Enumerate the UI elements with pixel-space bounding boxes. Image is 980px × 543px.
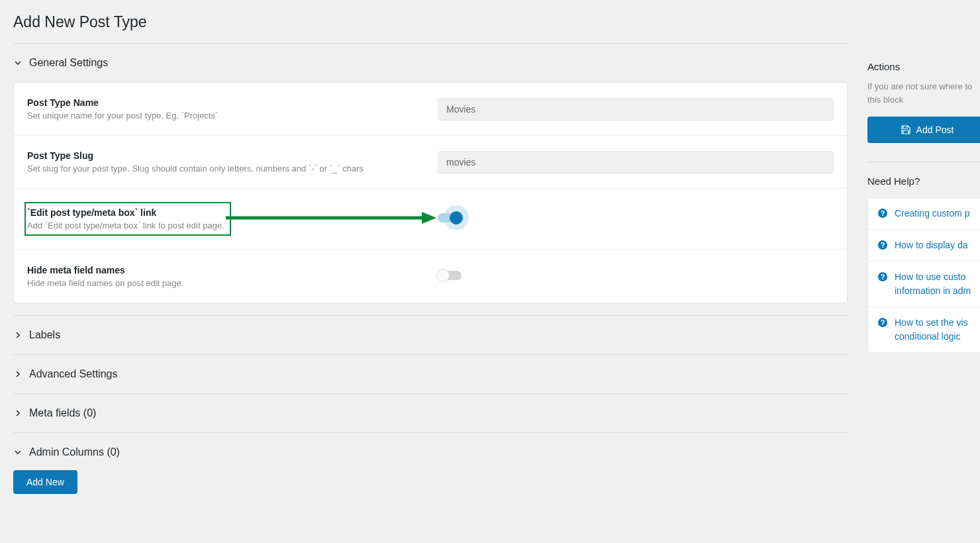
help-icon: ? — [877, 317, 888, 328]
section-general: General Settings Post Type Name Set uniq… — [13, 43, 848, 315]
chevron-down-icon — [13, 58, 23, 68]
desc-hide-meta: Hide meta field names on post edit page. — [27, 278, 438, 288]
sidebar-actions-title: Actions — [867, 61, 980, 72]
desc-post-type-name: Set unique name for your post type. Eg. … — [27, 111, 438, 121]
field-post-type-name: Post Type Name Set unique name for your … — [14, 83, 847, 136]
label-edit-link: `Edit post type/meta box` link — [27, 207, 224, 218]
section-header-admin-columns[interactable]: Admin Columns (0) — [13, 445, 848, 460]
help-link[interactable]: How to display da — [895, 238, 968, 252]
help-item: ? How to use custo information in adm — [868, 262, 980, 307]
chevron-right-icon — [13, 409, 23, 418]
highlight-annotation: `Edit post type/meta box` link Add `Edit… — [24, 202, 231, 236]
toggle-hide-meta[interactable] — [438, 270, 462, 281]
label-post-type-slug: Post Type Slug — [27, 150, 438, 161]
section-admin-columns: Admin Columns (0) Add New — [13, 432, 848, 494]
section-advanced: Advanced Settings — [13, 354, 848, 393]
sidebar-help-title: Need Help? — [867, 175, 980, 187]
chevron-down-icon — [13, 448, 23, 457]
field-post-type-slug: Post Type Slug Set slug for your post ty… — [14, 136, 847, 189]
section-title-meta-fields: Meta fields (0) — [29, 407, 96, 419]
general-panel: Post Type Name Set unique name for your … — [13, 82, 848, 303]
svg-text:?: ? — [881, 241, 885, 249]
sidebar: Actions If you are not sure where to thi… — [867, 8, 980, 494]
toggle-edit-link[interactable] — [438, 212, 462, 224]
section-header-meta-fields[interactable]: Meta fields (0) — [13, 406, 848, 420]
section-header-advanced[interactable]: Advanced Settings — [13, 367, 848, 381]
sidebar-actions-desc: If you are not sure where to this block — [867, 80, 980, 106]
chevron-right-icon — [13, 330, 23, 340]
section-labels: Labels — [13, 315, 848, 354]
help-icon: ? — [877, 240, 888, 250]
desc-post-type-slug: Set slug for your post type. Slug should… — [27, 164, 438, 173]
section-title-admin-columns: Admin Columns (0) — [29, 446, 120, 458]
chevron-right-icon — [13, 370, 23, 379]
help-link[interactable]: Creating custom p — [895, 207, 970, 221]
label-post-type-name: Post Type Name — [27, 97, 438, 108]
add-post-button-label: Add Post — [916, 124, 954, 135]
main-content: Add New Post Type General Settings Post … — [13, 8, 848, 494]
section-title-general: General Settings — [29, 57, 108, 69]
label-hide-meta: Hide meta field names — [27, 265, 438, 275]
help-list: ? Creating custom p ? How to display da … — [867, 197, 980, 353]
input-post-type-name[interactable] — [438, 98, 834, 121]
field-edit-link: `Edit post type/meta box` link Add `Edit… — [14, 189, 847, 250]
help-item: ? How to display da — [868, 230, 980, 262]
svg-text:?: ? — [881, 209, 885, 217]
desc-edit-link: Add `Edit post type/meta box` link to po… — [27, 221, 224, 230]
help-item: ? How to set the vis conditional logic — [868, 307, 980, 352]
field-hide-meta: Hide meta field names Hide meta field na… — [14, 250, 847, 303]
section-title-advanced: Advanced Settings — [29, 368, 117, 380]
svg-text:?: ? — [881, 319, 885, 326]
help-link[interactable]: How to set the vis conditional logic — [895, 316, 977, 344]
section-header-labels[interactable]: Labels — [13, 328, 848, 342]
help-icon: ? — [877, 272, 888, 282]
help-item: ? Creating custom p — [868, 198, 980, 230]
section-title-labels: Labels — [29, 329, 60, 341]
svg-text:?: ? — [881, 273, 885, 281]
add-new-button[interactable]: Add New — [13, 470, 77, 494]
input-post-type-slug[interactable] — [438, 151, 834, 173]
page-title: Add New Post Type — [13, 13, 848, 31]
add-post-button[interactable]: Add Post — [867, 117, 980, 143]
help-icon: ? — [877, 208, 888, 219]
section-meta-fields: Meta fields (0) — [13, 393, 848, 432]
save-icon — [901, 124, 911, 135]
section-header-general[interactable]: General Settings — [13, 56, 848, 70]
help-link[interactable]: How to use custo information in adm — [895, 270, 977, 298]
